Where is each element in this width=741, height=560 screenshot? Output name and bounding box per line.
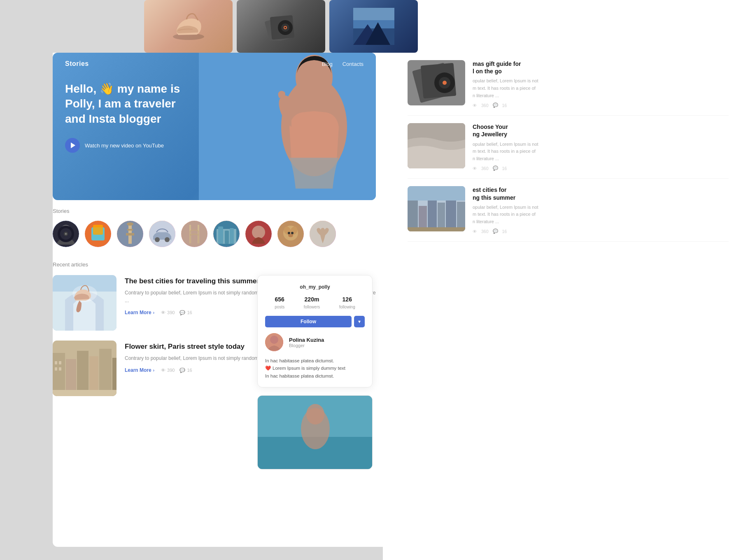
- svg-point-6: [284, 27, 286, 28]
- svg-rect-40: [230, 228, 234, 244]
- right-article-body-2: Choose Yourng Jewellery opular belief, L…: [473, 123, 729, 171]
- comments-1: 💬 16: [179, 310, 192, 315]
- ig-dropdown-button[interactable]: ▾: [354, 316, 365, 327]
- svg-point-21: [85, 221, 111, 247]
- svg-point-68: [270, 336, 278, 344]
- article-meta-2: 👁 390 💬 16: [161, 368, 192, 373]
- hero-logo: Stories: [65, 60, 89, 68]
- right-comment-icon-1: 💬: [493, 103, 498, 108]
- svg-point-31: [165, 237, 170, 242]
- svg-point-19: [64, 232, 68, 236]
- ig-posts-label: posts: [275, 305, 284, 309]
- records-illustration: [263, 12, 300, 41]
- svg-point-46: [283, 226, 292, 236]
- ig-role: Blogger: [289, 343, 324, 348]
- ig-post-preview: oh_my_polly 226: [257, 395, 373, 469]
- svg-rect-25: [128, 224, 132, 244]
- ig-bio-line1: In hac habitasse platea dictumst.: [265, 357, 365, 364]
- svg-point-48: [288, 232, 290, 234]
- nav-contacts-link[interactable]: Contacts: [343, 61, 364, 67]
- chevron-right-icon-2: ›: [153, 368, 154, 373]
- story-avatar-3[interactable]: [117, 221, 143, 247]
- comments-2: 💬 16: [179, 368, 192, 373]
- story-avatar-1[interactable]: [53, 221, 79, 247]
- right-article-excerpt-3: opular belief, Lorem Ipsum is notm text.…: [473, 204, 729, 226]
- svg-rect-86: [446, 195, 456, 231]
- svg-point-51: [310, 221, 336, 247]
- right-article-meta-1: 👁 360 💬 16: [473, 103, 729, 108]
- eye-icon-1: 👁: [161, 310, 165, 315]
- views-1: 👁 390: [161, 310, 175, 315]
- ig-avatar: [265, 333, 283, 351]
- right-views-3: 360: [481, 229, 489, 234]
- story-avatar-8[interactable]: [277, 221, 304, 247]
- right-comments-1: 16: [502, 103, 507, 108]
- svg-point-47: [289, 226, 298, 236]
- hero-figure: [199, 53, 376, 200]
- shoe-illustration: [170, 8, 207, 45]
- learn-more-btn-1[interactable]: Learn More ›: [125, 310, 154, 315]
- right-article-excerpt-1: opular belief, Lorem Ipsum is notm text.…: [473, 77, 729, 99]
- svg-point-50: [288, 234, 293, 237]
- svg-rect-66: [53, 390, 117, 396]
- svg-point-49: [291, 232, 294, 234]
- svg-rect-56: [53, 353, 65, 396]
- right-eye-icon-1: 👁: [473, 103, 477, 108]
- svg-rect-62: [55, 361, 57, 364]
- ig-header: oh_my_polly: [265, 283, 365, 290]
- ig-name: Polina Kuzina: [289, 337, 324, 343]
- right-comments-3: 16: [502, 229, 507, 234]
- hero-cta: Watch my new video on YouTube: [65, 138, 189, 153]
- right-article-excerpt-2: opular belief, Lorem Ipsum is notm text.…: [473, 141, 729, 163]
- svg-rect-23: [93, 225, 103, 235]
- play-button[interactable]: [65, 138, 80, 153]
- right-thumb-1: [408, 60, 465, 105]
- comment-icon-1: 💬: [179, 310, 185, 315]
- svg-rect-82: [408, 201, 418, 231]
- svg-rect-39: [218, 226, 223, 244]
- svg-rect-33: [189, 225, 191, 243]
- nav-blog-link[interactable]: Blog: [322, 61, 333, 67]
- article-thumb-1: [53, 275, 117, 331]
- svg-point-45: [283, 226, 298, 240]
- top-card-3: [329, 0, 418, 53]
- svg-rect-84: [428, 198, 437, 231]
- svg-rect-88: [408, 186, 465, 201]
- story-avatar-2[interactable]: [85, 221, 111, 247]
- ig-followers-num: 220m: [304, 296, 320, 303]
- svg-rect-85: [438, 203, 445, 231]
- right-article-title-3: est cities forng this summer: [473, 186, 729, 201]
- comment-icon-2: 💬: [179, 368, 185, 373]
- svg-rect-87: [457, 202, 465, 231]
- chevron-right-icon-1: ›: [153, 310, 154, 315]
- story-avatar-5[interactable]: [181, 221, 207, 247]
- article-thumb-2: [53, 341, 117, 396]
- story-avatar-9[interactable]: [310, 221, 336, 247]
- story-avatar-4[interactable]: [149, 221, 175, 247]
- right-views-2: 360: [481, 166, 489, 171]
- svg-point-37: [213, 221, 240, 247]
- learn-more-btn-2[interactable]: Learn More ›: [125, 367, 154, 373]
- svg-point-16: [61, 225, 71, 235]
- mountain-illustration: [353, 8, 394, 45]
- eye-icon-2: 👁: [161, 368, 165, 373]
- ig-follow-button[interactable]: Follow: [265, 316, 352, 327]
- svg-rect-60: [99, 349, 112, 396]
- svg-rect-34: [198, 225, 199, 243]
- story-avatar-6[interactable]: [213, 221, 240, 247]
- cta-text: Watch my new video on YouTube: [85, 142, 164, 149]
- heart-icon: ❤️: [265, 364, 271, 372]
- svg-point-72: [306, 404, 324, 425]
- right-article-1: mas gift guide forl on the go opular bel…: [408, 53, 729, 116]
- right-comments-2: 16: [502, 166, 507, 171]
- stories-row: [53, 221, 376, 247]
- right-article-title-2: Choose Yourng Jewellery: [473, 123, 729, 138]
- ig-bio: In hac habitasse platea dictumst. ❤️ Lor…: [265, 357, 365, 380]
- svg-rect-28: [127, 229, 133, 231]
- ig-followers-label: followers: [304, 305, 320, 309]
- right-comment-icon-2: 💬: [493, 166, 498, 171]
- story-avatar-7[interactable]: [245, 221, 272, 247]
- ig-post-image: [258, 396, 373, 469]
- ig-followers-stat: 220m followers: [304, 296, 320, 310]
- top-cards-row: [144, 0, 418, 53]
